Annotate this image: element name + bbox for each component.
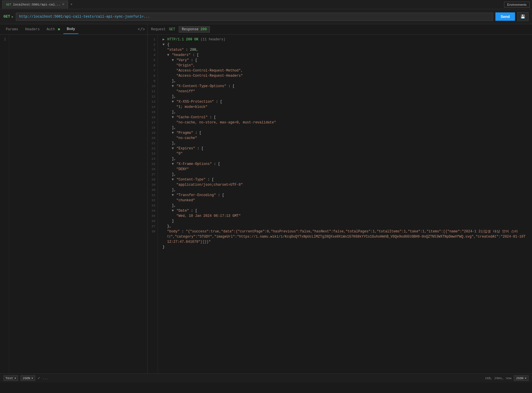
line-number: 7 [148, 68, 158, 73]
tab-bar: GET localhost:5001/api-cal... × + Enviro… [0, 0, 532, 9]
environments-button[interactable]: Environments [504, 2, 530, 7]
tab-params[interactable]: Params [2, 25, 22, 34]
line-number: 29 [148, 182, 158, 187]
request-label: Request [151, 27, 165, 31]
auth-indicator [58, 28, 60, 30]
response-size-time: 1KB, 29ms, now [485, 377, 512, 380]
right-line-numbers: 1 2 3 4 5 6 7 8 9 10 11 12 13 14 15 16 1… [148, 35, 158, 373]
json-right-selector[interactable]: JSON ▾ [514, 375, 529, 381]
body-field: "body" : "{"success":true,"data":{"curre… [167, 229, 527, 245]
response-status-badge[interactable]: Response 200 [179, 26, 210, 33]
cache-close: ], [172, 125, 527, 130]
method-label: GET [3, 14, 10, 19]
vary-close: ], [172, 78, 527, 84]
date-field: ▼ "Date" : [ [172, 208, 527, 213]
tab-headers[interactable]: Headers [22, 25, 43, 34]
ct-close: ], [172, 187, 527, 193]
left-status: Text ▾ JSON ▾ ⤢ ... [3, 375, 48, 381]
text-format-selector[interactable]: Text ▾ [3, 375, 18, 381]
origin-value: "Origin", [176, 63, 527, 68]
line-number: 16 [148, 115, 158, 120]
code-toggle-button[interactable]: </> [138, 27, 145, 32]
active-tab[interactable]: GET localhost:5001/api-cal... × [2, 1, 68, 9]
expires-value: "0" [176, 151, 527, 156]
collapse-headers[interactable]: ▼ [167, 53, 169, 57]
text-label: Text [5, 377, 13, 380]
collapse-vary[interactable]: ▼ [172, 58, 174, 62]
line-number: 11 [148, 89, 158, 94]
tab-auth[interactable]: Auth [43, 25, 63, 34]
xxss-key: "X-XSS-Protection" [176, 100, 214, 104]
vary-field: ▼ "Vary" : [ [172, 58, 527, 63]
collapse-te[interactable]: ▼ [172, 193, 174, 197]
te-key: "Transfer-Encoding" [176, 193, 216, 197]
xcto-field: ▼ "X-Content-Type-Options" : [ [172, 84, 527, 89]
status-value: 200, [190, 48, 198, 52]
collapse-expires[interactable]: ▼ [172, 146, 174, 151]
line-number: 15 [148, 110, 158, 115]
vary-key: "Vary" [176, 58, 189, 62]
cache-value: "no-cache, no-store, max-age=0, must-rev… [176, 120, 527, 125]
save-button[interactable]: 💾 [517, 12, 529, 21]
collapse-xcto[interactable]: ▼ [172, 84, 174, 88]
json-left-arrow: ▾ [31, 376, 33, 380]
xxss-close: ], [172, 110, 527, 115]
xcto-key: "X-Content-Type-Options" [176, 84, 226, 88]
line-number: 12 [148, 94, 158, 99]
collapse-xfo[interactable]: ▼ [172, 162, 174, 166]
expand-arrow[interactable]: ▶ [163, 37, 165, 42]
body-value: "{"success":true,"data":{"currentPage":0… [167, 230, 525, 244]
save-icon: 💾 [520, 14, 525, 19]
date-value: "Wed, 10 Jan 2024 06:17:13 GMT" [176, 213, 527, 219]
collapse-date[interactable]: ▼ [172, 209, 174, 213]
line-number: 14 [148, 104, 158, 110]
expires-field: ▼ "Expires" : [ [172, 146, 527, 151]
line-number: 24 [148, 156, 158, 161]
line-number: 10 [148, 84, 158, 89]
expires-close: ], [172, 156, 527, 161]
more-button[interactable]: ... [42, 377, 48, 380]
expand-icon[interactable]: ⤢ [37, 376, 40, 380]
new-tab-button[interactable]: + [68, 1, 75, 8]
main-area: Params Headers Auth Body </> 1 Request G… [0, 24, 532, 373]
url-input[interactable] [16, 13, 493, 21]
right-status: 1KB, 29ms, now JSON ▾ [485, 375, 529, 381]
http-version: HTTP/1.1 [167, 37, 184, 42]
response-label: Response [182, 27, 199, 31]
collapse-cache[interactable]: ▼ [172, 115, 174, 119]
line-number: 8 [148, 73, 158, 78]
pragma-key: "Pragma" [176, 131, 193, 135]
json-left-selector[interactable]: JSON ▾ [20, 375, 35, 381]
ct-value: "application/json;charset=UTF-8" [176, 182, 527, 187]
xfo-field: ▼ "X-Frame-Options" : [ [172, 161, 527, 167]
headers-info: (11 headers) [201, 37, 225, 42]
line-number: 33 [148, 203, 158, 208]
line-number: 30 [148, 187, 158, 193]
tab-body[interactable]: Body [63, 25, 79, 34]
http-ok: OK [194, 37, 198, 42]
method-arrow: ▸ [11, 14, 14, 19]
tab-method: GET [6, 3, 11, 6]
collapse-pragma[interactable]: ▼ [172, 131, 174, 135]
collapse-xxss[interactable]: ▼ [172, 100, 174, 104]
tab-close-button[interactable]: × [62, 3, 64, 7]
line-number: 13 [148, 99, 158, 104]
line-number: 19 [148, 130, 158, 136]
line-number: 17 [148, 120, 158, 125]
pragma-close: ], [172, 141, 527, 146]
ct-key: "Content-Type" [176, 178, 205, 182]
xxss-value: "1; mode=block" [176, 104, 527, 110]
collapse-ct[interactable]: ▼ [172, 178, 174, 182]
te-field: ▼ "Transfer-Encoding" : [ [172, 193, 527, 198]
send-button[interactable]: Send [495, 12, 515, 21]
json-response-viewer: ▶ HTTP/1.1 200 OK (11 headers) ▼ { "stat… [158, 35, 532, 373]
status-code: 200 [201, 27, 207, 31]
te-close: ], [172, 203, 527, 208]
collapse-root[interactable]: ▼ [163, 43, 165, 47]
left-editor-content[interactable] [9, 35, 147, 373]
method-selector[interactable]: GET ▸ [3, 14, 14, 19]
line-number: 36 [148, 219, 158, 224]
response-header: Request GET Response 200 [148, 24, 532, 35]
json-left-label: JSON [22, 377, 30, 380]
xfo-value: "DENY" [176, 167, 527, 172]
